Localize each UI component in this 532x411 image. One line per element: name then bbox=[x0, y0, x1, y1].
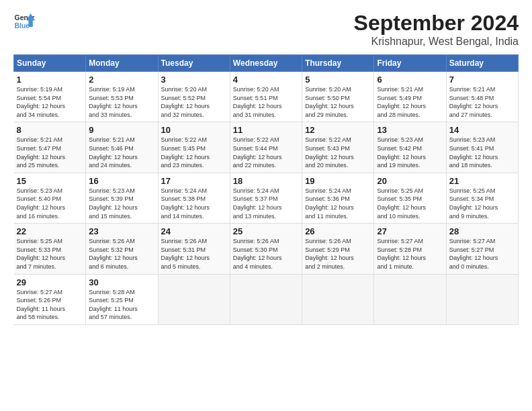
day-info: Sunrise: 5:22 AM Sunset: 5:45 PM Dayligh… bbox=[161, 136, 227, 169]
calendar-cell: 28Sunrise: 5:27 AM Sunset: 5:27 PM Dayli… bbox=[446, 224, 518, 274]
calendar-cell bbox=[158, 274, 230, 324]
calendar-cell: 10Sunrise: 5:22 AM Sunset: 5:45 PM Dayli… bbox=[158, 122, 230, 173]
day-number: 16 bbox=[89, 176, 154, 186]
col-saturday: Saturday bbox=[446, 55, 518, 72]
day-number: 2 bbox=[89, 75, 154, 85]
day-number: 8 bbox=[17, 125, 83, 135]
day-info: Sunrise: 5:23 AM Sunset: 5:39 PM Dayligh… bbox=[89, 187, 154, 220]
calendar-cell: 3Sunrise: 5:20 AM Sunset: 5:52 PM Daylig… bbox=[158, 72, 230, 122]
calendar-cell: 14Sunrise: 5:23 AM Sunset: 5:41 PM Dayli… bbox=[446, 122, 518, 173]
calendar-cell: 12Sunrise: 5:22 AM Sunset: 5:43 PM Dayli… bbox=[302, 122, 374, 173]
calendar-cell: 6Sunrise: 5:21 AM Sunset: 5:49 PM Daylig… bbox=[374, 72, 446, 122]
calendar-cell bbox=[302, 274, 374, 324]
calendar-cell: 13Sunrise: 5:23 AM Sunset: 5:42 PM Dayli… bbox=[374, 122, 446, 173]
day-info: Sunrise: 5:19 AM Sunset: 5:53 PM Dayligh… bbox=[89, 85, 154, 119]
day-number: 23 bbox=[89, 226, 154, 236]
calendar-cell: 1Sunrise: 5:19 AM Sunset: 5:54 PM Daylig… bbox=[14, 72, 86, 122]
day-info: Sunrise: 5:26 AM Sunset: 5:31 PM Dayligh… bbox=[161, 237, 227, 271]
day-info: Sunrise: 5:21 AM Sunset: 5:47 PM Dayligh… bbox=[17, 136, 83, 169]
calendar-cell: 17Sunrise: 5:24 AM Sunset: 5:38 PM Dayli… bbox=[158, 173, 230, 223]
month-title: September 2024 bbox=[354, 11, 519, 36]
day-info: Sunrise: 5:26 AM Sunset: 5:32 PM Dayligh… bbox=[89, 237, 154, 271]
logo-icon: General Blue bbox=[13, 11, 35, 32]
day-number: 11 bbox=[233, 125, 299, 135]
day-info: Sunrise: 5:26 AM Sunset: 5:30 PM Dayligh… bbox=[233, 237, 299, 271]
day-info: Sunrise: 5:27 AM Sunset: 5:26 PM Dayligh… bbox=[17, 288, 83, 322]
calendar-cell: 5Sunrise: 5:20 AM Sunset: 5:50 PM Daylig… bbox=[302, 72, 374, 122]
day-number: 12 bbox=[305, 125, 371, 135]
day-info: Sunrise: 5:25 AM Sunset: 5:34 PM Dayligh… bbox=[449, 187, 515, 220]
day-number: 22 bbox=[17, 226, 83, 236]
calendar-table: Sunday Monday Tuesday Wednesday Thursday… bbox=[13, 54, 519, 325]
day-info: Sunrise: 5:21 AM Sunset: 5:49 PM Dayligh… bbox=[377, 85, 443, 119]
day-number: 19 bbox=[305, 176, 371, 186]
day-info: Sunrise: 5:23 AM Sunset: 5:40 PM Dayligh… bbox=[17, 187, 83, 220]
calendar-cell: 30Sunrise: 5:28 AM Sunset: 5:25 PM Dayli… bbox=[86, 274, 158, 324]
day-info: Sunrise: 5:28 AM Sunset: 5:25 PM Dayligh… bbox=[89, 288, 154, 322]
calendar-cell: 24Sunrise: 5:26 AM Sunset: 5:31 PM Dayli… bbox=[158, 224, 230, 274]
day-number: 1 bbox=[17, 75, 83, 85]
logo: General Blue bbox=[13, 11, 35, 32]
calendar-cell: 23Sunrise: 5:26 AM Sunset: 5:32 PM Dayli… bbox=[86, 224, 158, 274]
day-info: Sunrise: 5:22 AM Sunset: 5:43 PM Dayligh… bbox=[305, 136, 371, 169]
calendar-row: 29Sunrise: 5:27 AM Sunset: 5:26 PM Dayli… bbox=[14, 274, 519, 324]
day-number: 7 bbox=[449, 75, 515, 85]
day-info: Sunrise: 5:24 AM Sunset: 5:36 PM Dayligh… bbox=[305, 187, 371, 220]
day-number: 21 bbox=[449, 176, 515, 186]
day-number: 24 bbox=[161, 226, 227, 236]
day-info: Sunrise: 5:27 AM Sunset: 5:28 PM Dayligh… bbox=[377, 237, 443, 271]
calendar-cell bbox=[446, 274, 518, 324]
calendar-cell: 8Sunrise: 5:21 AM Sunset: 5:47 PM Daylig… bbox=[14, 122, 86, 173]
calendar-row: 22Sunrise: 5:25 AM Sunset: 5:33 PM Dayli… bbox=[14, 224, 519, 274]
day-number: 10 bbox=[161, 125, 227, 135]
day-info: Sunrise: 5:25 AM Sunset: 5:33 PM Dayligh… bbox=[17, 237, 83, 271]
day-number: 15 bbox=[17, 176, 83, 186]
day-number: 26 bbox=[305, 226, 371, 236]
day-info: Sunrise: 5:23 AM Sunset: 5:42 PM Dayligh… bbox=[377, 136, 443, 169]
calendar-cell: 9Sunrise: 5:21 AM Sunset: 5:46 PM Daylig… bbox=[86, 122, 158, 173]
day-number: 14 bbox=[449, 125, 515, 135]
calendar-cell: 2Sunrise: 5:19 AM Sunset: 5:53 PM Daylig… bbox=[86, 72, 158, 122]
day-info: Sunrise: 5:21 AM Sunset: 5:46 PM Dayligh… bbox=[89, 136, 154, 169]
day-number: 17 bbox=[161, 176, 227, 186]
col-wednesday: Wednesday bbox=[230, 55, 302, 72]
header-row: Sunday Monday Tuesday Wednesday Thursday… bbox=[14, 55, 519, 72]
col-tuesday: Tuesday bbox=[158, 55, 230, 72]
day-number: 5 bbox=[305, 75, 371, 85]
col-sunday: Sunday bbox=[14, 55, 86, 72]
svg-text:Blue: Blue bbox=[15, 22, 30, 30]
day-info: Sunrise: 5:22 AM Sunset: 5:44 PM Dayligh… bbox=[233, 136, 299, 169]
calendar-cell: 22Sunrise: 5:25 AM Sunset: 5:33 PM Dayli… bbox=[14, 224, 86, 274]
day-number: 25 bbox=[233, 226, 299, 236]
day-info: Sunrise: 5:20 AM Sunset: 5:50 PM Dayligh… bbox=[305, 85, 371, 119]
day-info: Sunrise: 5:24 AM Sunset: 5:38 PM Dayligh… bbox=[161, 187, 227, 220]
calendar-cell: 4Sunrise: 5:20 AM Sunset: 5:51 PM Daylig… bbox=[230, 72, 302, 122]
day-info: Sunrise: 5:26 AM Sunset: 5:29 PM Dayligh… bbox=[305, 237, 371, 271]
calendar-cell: 29Sunrise: 5:27 AM Sunset: 5:26 PM Dayli… bbox=[14, 274, 86, 324]
day-number: 28 bbox=[449, 226, 515, 236]
calendar-cell: 18Sunrise: 5:24 AM Sunset: 5:37 PM Dayli… bbox=[230, 173, 302, 223]
col-friday: Friday bbox=[374, 55, 446, 72]
day-info: Sunrise: 5:25 AM Sunset: 5:35 PM Dayligh… bbox=[377, 187, 443, 220]
calendar-cell: 25Sunrise: 5:26 AM Sunset: 5:30 PM Dayli… bbox=[230, 224, 302, 274]
day-number: 4 bbox=[233, 75, 299, 85]
calendar-cell bbox=[230, 274, 302, 324]
col-monday: Monday bbox=[86, 55, 158, 72]
day-number: 30 bbox=[89, 277, 154, 287]
calendar-container: General Blue September 2024 Krishnapur, … bbox=[0, 0, 532, 332]
calendar-row: 1Sunrise: 5:19 AM Sunset: 5:54 PM Daylig… bbox=[14, 72, 519, 122]
day-info: Sunrise: 5:20 AM Sunset: 5:51 PM Dayligh… bbox=[233, 85, 299, 119]
calendar-cell: 11Sunrise: 5:22 AM Sunset: 5:44 PM Dayli… bbox=[230, 122, 302, 173]
col-thursday: Thursday bbox=[302, 55, 374, 72]
calendar-cell: 26Sunrise: 5:26 AM Sunset: 5:29 PM Dayli… bbox=[302, 224, 374, 274]
day-number: 20 bbox=[377, 176, 443, 186]
day-info: Sunrise: 5:23 AM Sunset: 5:41 PM Dayligh… bbox=[449, 136, 515, 169]
day-info: Sunrise: 5:21 AM Sunset: 5:48 PM Dayligh… bbox=[449, 85, 515, 119]
day-number: 27 bbox=[377, 226, 443, 236]
day-number: 6 bbox=[377, 75, 443, 85]
header: General Blue September 2024 Krishnapur, … bbox=[13, 11, 519, 48]
day-info: Sunrise: 5:27 AM Sunset: 5:27 PM Dayligh… bbox=[449, 237, 515, 271]
calendar-cell: 19Sunrise: 5:24 AM Sunset: 5:36 PM Dayli… bbox=[302, 173, 374, 223]
calendar-cell bbox=[374, 274, 446, 324]
calendar-cell: 7Sunrise: 5:21 AM Sunset: 5:48 PM Daylig… bbox=[446, 72, 518, 122]
